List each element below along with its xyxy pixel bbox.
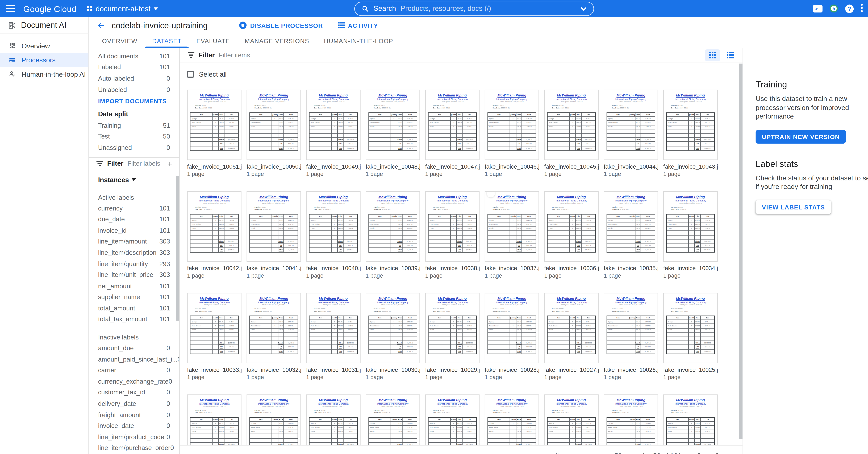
document-card[interactable]: McWilliam PipingInternational Piping Com… [485, 394, 539, 445]
tab-human-in-the-loop[interactable]: HUMAN-IN-THE-LOOP [317, 33, 401, 48]
invoice-thumbnail[interactable]: McWilliam PipingInternational Piping Com… [544, 293, 598, 363]
invoice-thumbnail[interactable]: McWilliam PipingInternational Piping Com… [425, 90, 479, 160]
invoice-thumbnail[interactable]: McWilliam PipingInternational Piping Com… [187, 293, 242, 363]
cloud-shell-icon[interactable]: >_ [813, 5, 823, 12]
inactive-label-row[interactable]: line_item/product_code0 [89, 431, 179, 443]
invoice-thumbnail[interactable]: McWilliam PipingInternational Piping Com… [485, 90, 539, 160]
inactive-label-row[interactable]: amount_paid_since_last_i...0 [89, 353, 179, 365]
document-card[interactable]: McWilliam PipingInternational Piping Com… [306, 191, 361, 279]
invoice-thumbnail[interactable]: McWilliam PipingInternational Piping Com… [366, 394, 420, 445]
active-label-row[interactable]: total_amount101 [89, 303, 179, 314]
inactive-label-row[interactable]: amount_due0 [89, 342, 179, 353]
inactive-label-row[interactable]: customer_tax_id0 [89, 387, 179, 398]
active-label-row[interactable]: supplier_name101 [89, 291, 179, 303]
tab-manage-versions[interactable]: MANAGE VERSIONS [237, 33, 317, 48]
filter-items-placeholder[interactable]: Filter items [219, 52, 250, 58]
document-card[interactable]: McWilliam PipingInternational Piping Com… [544, 90, 598, 177]
grid-view-button[interactable] [705, 49, 720, 61]
invoice-thumbnail[interactable]: McWilliam PipingInternational Piping Com… [247, 191, 301, 262]
inactive-label-row[interactable]: freight_amount0 [89, 409, 179, 420]
tab-evaluate[interactable]: EVALUATE [189, 33, 237, 48]
invoice-thumbnail[interactable]: McWilliam PipingInternational Piping Com… [247, 293, 301, 363]
document-card[interactable]: McWilliam PipingInternational Piping Com… [485, 90, 539, 177]
document-card[interactable]: McWilliam PipingInternational Piping Com… [663, 293, 717, 380]
document-count-row[interactable]: Labeled101 [89, 62, 179, 73]
invoice-thumbnail[interactable]: McWilliam PipingInternational Piping Com… [544, 394, 598, 445]
document-card[interactable]: McWilliam PipingInternational Piping Com… [247, 394, 301, 445]
data-split-row[interactable]: Training51 [89, 120, 179, 131]
activity-button[interactable]: ACTIVITY [338, 22, 378, 29]
uptrain-new-version-button[interactable]: UPTRAIN NEW VERSION [756, 130, 846, 143]
invoice-thumbnail[interactable]: McWilliam PipingInternational Piping Com… [187, 191, 242, 262]
menu-icon[interactable] [6, 5, 15, 12]
tab-overview[interactable]: OVERVIEW [95, 33, 145, 48]
document-card[interactable]: McWilliam PipingInternational Piping Com… [247, 293, 301, 380]
active-label-row[interactable]: net_amount101 [89, 280, 179, 291]
document-card[interactable]: McWilliam PipingInternational Piping Com… [485, 191, 539, 279]
sidebar-item-human-in-the-loop[interactable]: Human-in-the-loop AI [0, 67, 88, 81]
document-count-row[interactable]: Unlabeled0 [89, 84, 179, 95]
document-card[interactable]: McWilliam PipingInternational Piping Com… [306, 90, 361, 177]
grid-scrollbar[interactable] [739, 64, 742, 439]
invoice-thumbnail[interactable]: McWilliam PipingInternational Piping Com… [306, 293, 361, 363]
notifications-badge[interactable]: 5 [830, 4, 838, 12]
page-size-select[interactable]: 50 [614, 452, 628, 454]
inactive-label-row[interactable]: currency_exchange_rate0 [89, 376, 179, 387]
invoice-thumbnail[interactable]: McWilliam PipingInternational Piping Com… [425, 191, 479, 262]
invoice-thumbnail[interactable]: McWilliam PipingInternational Piping Com… [425, 293, 479, 363]
invoice-thumbnail[interactable]: McWilliam PipingInternational Piping Com… [306, 191, 361, 262]
invoice-thumbnail[interactable]: McWilliam PipingInternational Piping Com… [544, 90, 598, 160]
select-all-checkbox[interactable] [187, 71, 194, 78]
document-card[interactable]: McWilliam PipingInternational Piping Com… [366, 293, 420, 380]
invoice-thumbnail[interactable]: McWilliam PipingInternational Piping Com… [485, 191, 539, 262]
document-card[interactable]: McWilliam PipingInternational Piping Com… [663, 90, 717, 177]
more-options-icon[interactable] [861, 4, 863, 13]
document-card[interactable]: McWilliam PipingInternational Piping Com… [544, 191, 598, 279]
list-view-button[interactable] [723, 49, 738, 61]
instances-dropdown[interactable]: Instances [89, 170, 179, 185]
invoice-thumbnail[interactable]: McWilliam PipingInternational Piping Com… [366, 90, 420, 160]
invoice-thumbnail[interactable]: McWilliam PipingInternational Piping Com… [604, 191, 658, 262]
document-card[interactable]: McWilliam PipingInternational Piping Com… [187, 394, 242, 445]
google-cloud-logo[interactable]: Google Cloud [23, 4, 76, 13]
document-card[interactable]: McWilliam PipingInternational Piping Com… [247, 191, 301, 279]
add-label-button[interactable]: + [167, 160, 173, 168]
view-label-stats-button[interactable]: VIEW LABEL STATS [756, 200, 831, 214]
document-card[interactable]: McWilliam PipingInternational Piping Com… [366, 90, 420, 177]
invoice-thumbnail[interactable]: McWilliam PipingInternational Piping Com… [247, 90, 301, 160]
document-card[interactable]: McWilliam PipingInternational Piping Com… [187, 293, 242, 380]
active-label-row[interactable]: line_item/description303 [89, 247, 179, 258]
document-card[interactable]: McWilliam PipingInternational Piping Com… [425, 394, 479, 445]
active-label-row[interactable]: line_item/quantity293 [89, 258, 179, 269]
invoice-thumbnail[interactable]: McWilliam PipingInternational Piping Com… [306, 394, 361, 445]
invoice-thumbnail[interactable]: McWilliam PipingInternational Piping Com… [485, 394, 539, 445]
active-label-row[interactable]: line_item/unit_price303 [89, 269, 179, 280]
document-card[interactable]: McWilliam PipingInternational Piping Com… [425, 293, 479, 380]
invoice-thumbnail[interactable]: McWilliam PipingInternational Piping Com… [366, 191, 420, 262]
document-count-row[interactable]: Auto-labeled0 [89, 73, 179, 84]
document-card[interactable]: McWilliam PipingInternational Piping Com… [366, 394, 420, 445]
document-card[interactable]: McWilliam PipingInternational Piping Com… [187, 191, 242, 279]
active-label-row[interactable]: invoice_id101 [89, 225, 179, 236]
document-card[interactable]: McWilliam PipingInternational Piping Com… [663, 191, 717, 279]
labels-filter[interactable]: Filter Filter labels + [89, 158, 179, 170]
document-card[interactable]: McWilliam PipingInternational Piping Com… [425, 90, 479, 177]
data-split-row[interactable]: Test50 [89, 131, 179, 142]
next-page-button[interactable]: ❯ [715, 452, 721, 454]
invoice-thumbnail[interactable]: McWilliam PipingInternational Piping Com… [663, 394, 717, 445]
inactive-label-row[interactable]: delivery_date0 [89, 398, 179, 409]
document-card[interactable]: McWilliam PipingInternational Piping Com… [306, 394, 361, 445]
previous-page-button[interactable]: ❮ [695, 452, 701, 454]
active-label-row[interactable]: due_date101 [89, 214, 179, 225]
document-card[interactable]: McWilliam PipingInternational Piping Com… [663, 394, 717, 445]
sidebar-item-processors[interactable]: Processors [0, 53, 88, 67]
invoice-thumbnail[interactable]: McWilliam PipingInternational Piping Com… [544, 191, 598, 262]
invoice-thumbnail[interactable]: McWilliam PipingInternational Piping Com… [663, 293, 717, 363]
invoice-thumbnail[interactable]: McWilliam PipingInternational Piping Com… [604, 394, 658, 445]
document-card[interactable]: McWilliam PipingInternational Piping Com… [604, 394, 658, 445]
document-card[interactable]: McWilliam PipingInternational Piping Com… [544, 293, 598, 380]
back-button[interactable] [96, 21, 105, 30]
document-count-row[interactable]: All documents101 [89, 51, 179, 62]
document-card[interactable]: McWilliam PipingInternational Piping Com… [306, 293, 361, 380]
invoice-thumbnail[interactable]: McWilliam PipingInternational Piping Com… [663, 191, 717, 262]
